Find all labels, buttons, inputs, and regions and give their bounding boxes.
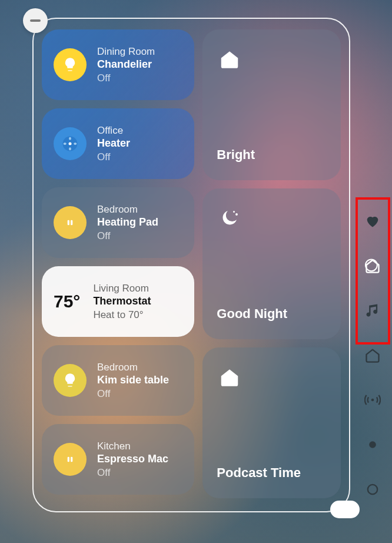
tile-espresso[interactable]: Kitchen Espresso Mac Off bbox=[42, 424, 194, 495]
tile-name: Heater bbox=[97, 137, 130, 150]
svg-rect-7 bbox=[68, 220, 69, 226]
tile-text: Office Heater Off bbox=[97, 124, 130, 164]
tile-name: Thermostat bbox=[93, 294, 151, 308]
bulb-icon bbox=[54, 364, 87, 397]
svg-point-13 bbox=[235, 213, 238, 216]
tile-status: Off bbox=[97, 388, 169, 400]
heart-icon bbox=[364, 213, 381, 229]
sidebar-home-active[interactable] bbox=[364, 257, 381, 274]
minus-icon bbox=[30, 19, 41, 22]
sidebar-ring[interactable] bbox=[364, 481, 381, 498]
home-icon bbox=[364, 257, 381, 274]
tile-room: Bedroom bbox=[97, 203, 158, 216]
accessory-column: Dining Room Chandelier Off Office Heater… bbox=[42, 29, 194, 501]
svg-point-5 bbox=[69, 143, 72, 145]
sidebar-favorites[interactable] bbox=[364, 212, 381, 230]
tile-thermostat[interactable]: 75° Living Room Thermostat Heat to 70° bbox=[42, 266, 194, 337]
tile-text: Dining Room Chandelier Off bbox=[97, 45, 155, 85]
ring-icon bbox=[364, 481, 381, 498]
tile-room: Office bbox=[97, 124, 130, 137]
tile-status: Off bbox=[97, 151, 130, 164]
tile-name: Kim side table bbox=[97, 373, 169, 387]
tile-name: Heating Pad bbox=[97, 216, 158, 229]
scene-good-night[interactable]: Good Night bbox=[202, 188, 341, 339]
scene-label: Podcast Time bbox=[217, 465, 301, 481]
scene-column: Bright Good Night Podcast Time bbox=[202, 29, 341, 501]
tile-text: Bedroom Heating Pad Off bbox=[97, 203, 158, 243]
tile-status: Off bbox=[97, 72, 155, 85]
tile-status: Heat to 70° bbox=[93, 309, 151, 322]
sidebar-home-2[interactable] bbox=[364, 346, 381, 364]
outlet-icon bbox=[54, 443, 87, 476]
music-icon bbox=[364, 302, 381, 319]
dot-icon bbox=[364, 436, 381, 453]
tile-status: Off bbox=[97, 230, 158, 243]
scene-bright[interactable]: Bright bbox=[202, 29, 341, 180]
svg-point-2 bbox=[369, 441, 376, 448]
tile-name: Espresso Mac bbox=[97, 452, 168, 466]
home-icon bbox=[217, 46, 242, 72]
tile-room: Living Room bbox=[93, 282, 151, 295]
svg-point-3 bbox=[368, 485, 377, 494]
sidebar-music[interactable] bbox=[364, 302, 381, 319]
svg-point-12 bbox=[233, 211, 235, 213]
fan-icon bbox=[54, 127, 87, 160]
tile-heating-pad[interactable]: Bedroom Heating Pad Off bbox=[42, 187, 194, 258]
tile-room: Kitchen bbox=[97, 440, 168, 453]
scene-podcast-time[interactable]: Podcast Time bbox=[202, 347, 341, 498]
tile-text: Bedroom Kim side table Off bbox=[97, 361, 169, 400]
tile-name: Chandelier bbox=[97, 58, 155, 71]
svg-rect-6 bbox=[65, 217, 75, 227]
svg-rect-9 bbox=[65, 454, 75, 464]
scene-label: Bright bbox=[217, 147, 255, 163]
svg-point-1 bbox=[371, 399, 374, 402]
sidebar-broadcast[interactable] bbox=[364, 391, 381, 409]
svg-rect-8 bbox=[71, 220, 72, 226]
sidebar-dot[interactable] bbox=[364, 436, 381, 453]
home-outline-icon bbox=[364, 347, 381, 363]
scene-label: Good Night bbox=[217, 306, 287, 322]
panel-resize-handle[interactable] bbox=[330, 501, 360, 518]
bulb-icon bbox=[54, 48, 87, 81]
right-sidebar bbox=[353, 0, 392, 543]
svg-rect-11 bbox=[71, 457, 72, 462]
tile-heater[interactable]: Office Heater Off bbox=[42, 108, 194, 179]
tile-text: Living Room Thermostat Heat to 70° bbox=[93, 282, 151, 322]
outlet-icon bbox=[54, 206, 87, 239]
tile-status: Off bbox=[97, 466, 168, 479]
tile-side-table[interactable]: Bedroom Kim side table Off bbox=[42, 345, 194, 416]
home-icon bbox=[217, 364, 242, 390]
thermostat-temp: 75° bbox=[54, 292, 80, 312]
svg-rect-10 bbox=[68, 457, 69, 462]
tile-room: Dining Room bbox=[97, 45, 155, 58]
minimize-button[interactable] bbox=[23, 8, 48, 33]
tile-room: Bedroom bbox=[97, 361, 169, 374]
tile-text: Kitchen Espresso Mac Off bbox=[97, 440, 168, 479]
broadcast-icon bbox=[364, 392, 381, 408]
moon-icon bbox=[217, 205, 242, 231]
home-control-panel: Dining Room Chandelier Off Office Heater… bbox=[32, 18, 350, 512]
tile-chandelier[interactable]: Dining Room Chandelier Off bbox=[42, 29, 194, 100]
